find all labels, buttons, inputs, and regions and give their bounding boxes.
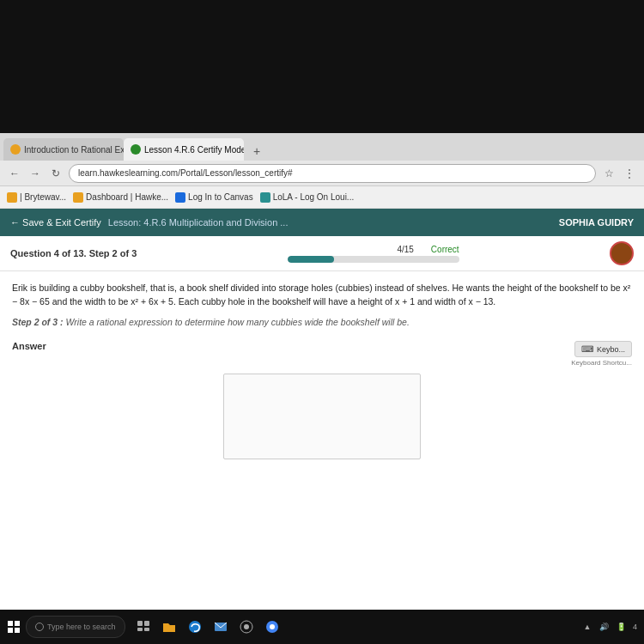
progress-label: 4/15 Correct <box>397 245 459 254</box>
svg-rect-2 <box>8 628 13 633</box>
file-explorer-icon[interactable] <box>160 617 179 636</box>
answer-section: Answer ⌨ Keybo... Keyboard Shortcu... <box>12 341 632 367</box>
media-icon[interactable] <box>237 617 256 636</box>
progress-bar-fill <box>288 256 334 263</box>
mail-icon[interactable] <box>211 617 230 636</box>
progress-count: 4/15 <box>397 245 413 254</box>
reload-button[interactable]: ↻ <box>48 166 64 181</box>
back-nav-button[interactable]: ← <box>7 166 22 181</box>
bookmark-icon-2 <box>73 192 83 203</box>
keyboard-shortcuts-label: Keyboard Shortcu... <box>571 359 632 367</box>
question-meta: Question 4 of 13. Step 2 of 3 <box>10 248 137 258</box>
bookmark-lola[interactable]: LoLA - Log On Loui... <box>260 192 355 203</box>
correct-label: Correct <box>431 245 459 254</box>
tab-bar: Introduction to Rational Ex... ✕ Lesson … <box>0 133 644 161</box>
taskbar-icons <box>134 617 282 636</box>
battery-icon: 🔋 <box>616 621 628 633</box>
clock: 4 <box>633 623 637 631</box>
step-instruction-text: Write a rational expression to determine… <box>65 317 409 327</box>
volume-icon: 🔊 <box>598 621 611 633</box>
windows-start[interactable] <box>7 620 21 634</box>
progress-bar-container <box>288 256 459 263</box>
browser-menu[interactable]: ⋮ <box>622 166 637 181</box>
svg-rect-7 <box>144 628 149 631</box>
answer-input-box[interactable] <box>223 374 421 459</box>
svg-point-13 <box>270 624 275 629</box>
bookmark-icon-3 <box>175 192 185 203</box>
svg-point-11 <box>244 624 249 629</box>
search-box[interactable]: Type here to search <box>26 616 125 638</box>
step-label: Step 2 of 3 : <box>12 317 64 327</box>
bookmark-canvas[interactable]: Log In to Canvas <box>175 192 253 203</box>
taskbar: Type here to search ▲ 🔊 <box>0 610 644 644</box>
forward-nav-button[interactable]: → <box>27 166 43 181</box>
address-text: learn.hawkeslearning.com/Portal/Lesson/l… <box>78 168 293 178</box>
user-name: SOPHIA GUIDRY <box>559 217 634 228</box>
chrome-icon[interactable] <box>263 617 282 636</box>
bookmark-dashboard[interactable]: Dashboard | Hawke... <box>73 192 168 203</box>
save-exit-button[interactable]: ← Save & Exit Certify <box>10 217 101 228</box>
tab-favicon-1 <box>10 144 21 155</box>
svg-rect-3 <box>15 628 20 633</box>
new-tab-button[interactable]: + <box>247 142 266 161</box>
step-instruction: Step 2 of 3 : Write a rational expressio… <box>12 316 632 330</box>
svg-rect-0 <box>8 621 13 626</box>
address-input[interactable]: learn.hawkeslearning.com/Portal/Lesson/l… <box>69 164 596 183</box>
tab-intro[interactable]: Introduction to Rational Ex... ✕ <box>3 138 124 161</box>
taskbar-right: ▲ 🔊 🔋 4 <box>581 621 637 633</box>
bookmarks-bar: | Brytewav... Dashboard | Hawke... Log I… <box>0 186 644 209</box>
network-icon: ▲ <box>581 621 593 633</box>
address-bar: ← → ↻ learn.hawkeslearning.com/Portal/Le… <box>0 161 644 186</box>
problem-text: Erik is building a cubby bookshelf, that… <box>12 282 632 309</box>
svg-rect-5 <box>144 621 149 626</box>
tab-label-2: Lesson 4.R.6 Certify Mode Quest <box>144 145 244 155</box>
top-bezel <box>0 0 644 133</box>
bookmark-brytewav[interactable]: | Brytewav... <box>7 192 66 203</box>
search-icon <box>35 623 44 631</box>
bookmark-icon-1 <box>7 192 17 203</box>
answer-label: Answer <box>12 341 46 351</box>
browser-window: Introduction to Rational Ex... ✕ Lesson … <box>0 133 644 644</box>
svg-rect-1 <box>15 621 20 626</box>
search-placeholder: Type here to search <box>47 623 116 631</box>
edge-icon[interactable] <box>185 617 204 636</box>
question-header: Question 4 of 13. Step 2 of 3 4/15 Corre… <box>0 236 644 271</box>
svg-rect-6 <box>137 628 143 631</box>
avatar <box>610 241 634 265</box>
keyboard-btn-label: Keybo... <box>597 345 625 354</box>
header-left: ← Save & Exit Certify Lesson: 4.R.6 Mult… <box>10 217 288 228</box>
progress-section: 4/15 Correct <box>288 245 459 263</box>
content-area: Erik is building a cubby bookshelf, that… <box>0 271 644 616</box>
task-view-icon[interactable] <box>134 617 153 636</box>
bookmark-label-3: Log In to Canvas <box>188 192 253 202</box>
tab-certify[interactable]: Lesson 4.R.6 Certify Mode Quest ✕ <box>124 138 244 161</box>
bookmark-label-4: LoLA - Log On Loui... <box>273 192 355 202</box>
svg-rect-4 <box>137 621 143 626</box>
windows-icon <box>7 620 21 634</box>
tab-favicon-2 <box>131 144 141 155</box>
lesson-title: Lesson: 4.R.6 Multiplication and Divisio… <box>108 217 289 228</box>
keyboard-button[interactable]: ⌨ Keybo... <box>574 341 632 357</box>
bookmark-label-1: | Brytewav... <box>20 192 66 202</box>
bookmark-star[interactable]: ☆ <box>601 166 617 181</box>
bookmark-icon-4 <box>260 192 270 203</box>
bookmark-label-2: Dashboard | Hawke... <box>86 192 168 202</box>
tab-label-1: Introduction to Rational Ex... <box>24 145 124 155</box>
app-header: ← Save & Exit Certify Lesson: 4.R.6 Mult… <box>0 209 644 236</box>
